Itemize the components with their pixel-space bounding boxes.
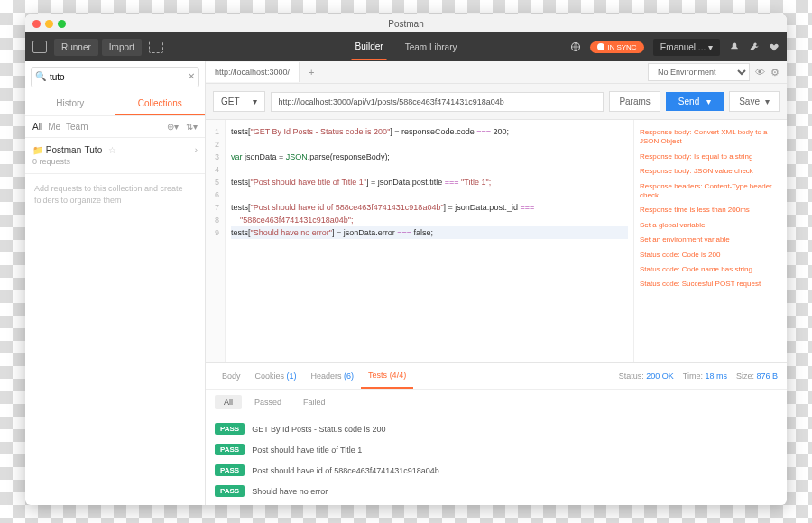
eye-icon[interactable]: 👁: [755, 67, 765, 78]
filter-all[interactable]: All: [32, 122, 42, 132]
pass-badge: PASS: [215, 464, 245, 476]
topbar: Runner Import Builder Team Library IN SY…: [25, 32, 787, 61]
import-button[interactable]: Import: [102, 39, 142, 56]
chevron-right-icon[interactable]: ›: [195, 145, 198, 155]
gutter: 123456789: [206, 120, 226, 362]
snippet-item[interactable]: Response body: Is equal to a string: [640, 150, 781, 164]
add-folder-icon[interactable]: ⊕▾: [167, 122, 179, 132]
request-tabs: http://localhost:3000/ + No Environment …: [206, 61, 787, 84]
resp-tab-tests[interactable]: Tests (4/4): [361, 363, 413, 389]
search-input[interactable]: [31, 67, 199, 87]
request-tab[interactable]: http://localhost:3000/: [206, 62, 300, 82]
sidebar-toggle-icon[interactable]: [32, 41, 47, 53]
snippet-item[interactable]: Response body: JSON value check: [640, 164, 781, 179]
window-title: Postman: [388, 19, 423, 29]
test-result: PASSPost should have title of Title 1: [215, 439, 778, 460]
new-window-icon[interactable]: [149, 41, 163, 53]
params-button[interactable]: Params: [609, 91, 660, 112]
test-result: PASSShould have no error: [215, 481, 778, 501]
bell-icon[interactable]: [729, 41, 740, 52]
resp-tab-headers[interactable]: Headers (6): [304, 364, 362, 388]
star-icon[interactable]: ☆: [108, 145, 116, 155]
folder-icon: 📁: [32, 145, 43, 155]
filter-passed[interactable]: Passed: [245, 395, 291, 409]
resp-tab-cookies[interactable]: Cookies (1): [248, 364, 304, 388]
request-bar: GET▾ Params Send▾ Save▾: [206, 84, 787, 120]
collection-item[interactable]: 📁 Postman-Tuto ☆ 0 requests › ⋯: [25, 138, 205, 174]
tab-team-library[interactable]: Team Library: [401, 35, 461, 60]
filter-all-results[interactable]: All: [215, 395, 242, 409]
save-button[interactable]: Save▾: [729, 91, 780, 112]
resp-tab-body[interactable]: Body: [215, 364, 248, 388]
titlebar: Postman: [25, 14, 787, 32]
snippets-panel: Response body: Convert XML body to a JSO…: [633, 120, 787, 362]
sync-badge[interactable]: IN SYNC: [590, 41, 643, 53]
tab-builder[interactable]: Builder: [352, 34, 387, 60]
more-icon[interactable]: ⋯: [189, 156, 198, 166]
snippet-item[interactable]: Status code: Code is 200: [640, 248, 781, 262]
runner-button[interactable]: Runner: [54, 39, 98, 56]
pass-badge: PASS: [215, 423, 245, 435]
sidebar: 🔍 ✕ History Collections All Me Team ⊕▾ ⇅…: [25, 61, 206, 505]
pass-badge: PASS: [215, 444, 245, 455]
heart-icon[interactable]: [769, 41, 780, 52]
filter-team[interactable]: Team: [66, 122, 88, 132]
snippet-item[interactable]: Response body: Convert XML body to a JSO…: [640, 125, 781, 150]
gear-icon[interactable]: ⚙: [770, 67, 780, 78]
maximize-icon[interactable]: [58, 20, 66, 28]
filter-failed[interactable]: Failed: [294, 395, 335, 409]
snippet-item[interactable]: Set an environment variable: [640, 233, 781, 247]
method-select[interactable]: GET▾: [213, 91, 265, 112]
code-editor[interactable]: 123456789 tests["GET By Id Posts - Statu…: [206, 120, 633, 362]
close-icon[interactable]: [32, 20, 41, 28]
filter-me[interactable]: Me: [48, 122, 60, 132]
snippet-item[interactable]: Status code: Succesful POST request: [640, 277, 781, 291]
sort-icon[interactable]: ⇅▾: [186, 122, 198, 132]
snippet-item[interactable]: Response time is less than 200ms: [640, 203, 781, 217]
send-button[interactable]: Send▾: [666, 92, 724, 111]
snippet-item[interactable]: Set a global variable: [640, 218, 781, 233]
search-icon: 🔍: [35, 71, 46, 81]
globe-icon[interactable]: [570, 41, 581, 52]
wrench-icon[interactable]: [749, 41, 760, 52]
snippet-item[interactable]: Status code: Code name has string: [640, 262, 781, 277]
environment-select[interactable]: No Environment: [648, 63, 750, 81]
new-tab-button[interactable]: +: [300, 61, 323, 83]
minimize-icon[interactable]: [45, 20, 53, 28]
user-menu[interactable]: Emanuel ... ▾: [653, 39, 720, 56]
test-result: PASSGET By Id Posts - Status code is 200: [215, 418, 778, 439]
clear-search-icon[interactable]: ✕: [188, 71, 195, 81]
app-window: Postman Runner Import Builder Team Libra…: [25, 14, 787, 505]
snippet-item[interactable]: Response headers: Content-Type header ch…: [640, 179, 781, 204]
response-panel: Body Cookies (1) Headers (6) Tests (4/4)…: [206, 362, 787, 505]
tab-collections[interactable]: Collections: [115, 93, 206, 115]
pass-badge: PASS: [215, 485, 245, 497]
test-result: PASSPost should have id of 588ce463f4741…: [215, 460, 778, 481]
collection-hint: Add requests to this collection and crea…: [25, 174, 205, 215]
url-input[interactable]: [271, 92, 604, 112]
tab-history[interactable]: History: [25, 93, 115, 115]
